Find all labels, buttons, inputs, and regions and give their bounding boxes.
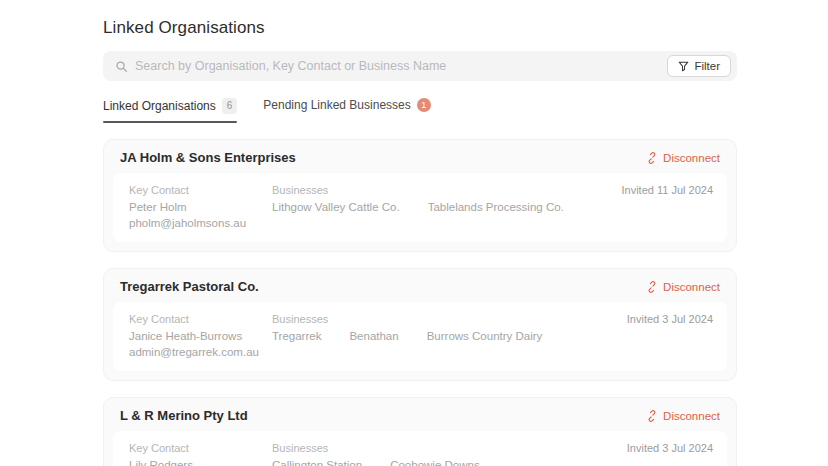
business-name: Benathan (349, 330, 398, 342)
page-title: Linked Organisations (103, 18, 737, 38)
card-header: Tregarrek Pastoral Co. Disconnect (104, 269, 736, 302)
businesses-column: Businesses Lithgow Valley Cattle Co.Tabl… (272, 184, 621, 213)
card-header: JA Holm & Sons Enterprises Disconnect (104, 140, 736, 173)
business-list: TregarrekBenathanBurrows Country Dairy (272, 330, 627, 342)
broken-link-icon (646, 152, 658, 164)
invited-date: Invited 11 Jul 2024 (621, 184, 713, 196)
broken-link-icon (646, 410, 658, 422)
card-header: L & R Merino Pty Ltd Disconnect (104, 398, 736, 431)
key-contact-label: Key Contact (129, 442, 272, 454)
disconnect-label: Disconnect (663, 281, 720, 293)
tab-linked-organisations[interactable]: Linked Organisations 6 (103, 98, 237, 123)
business-name: Callington Station (272, 459, 362, 466)
organisation-name: JA Holm & Sons Enterprises (120, 150, 296, 165)
organisation-name: L & R Merino Pty Ltd (120, 408, 248, 423)
disconnect-label: Disconnect (663, 410, 720, 422)
tab-label: Pending Linked Businesses (263, 98, 410, 112)
organisation-name: Tregarrek Pastoral Co. (120, 279, 259, 294)
businesses-column: Businesses TregarrekBenathanBurrows Coun… (272, 313, 627, 342)
key-contact-column: Key Contact Lily Rodgers lrodgers@lrmeri… (129, 442, 272, 466)
search-input[interactable] (135, 51, 667, 81)
organisation-card: L & R Merino Pty Ltd Disconnect Key Cont… (103, 397, 737, 466)
disconnect-button[interactable]: Disconnect (646, 410, 720, 422)
linked-count-badge: 6 (222, 98, 238, 114)
business-name: Tregarrek (272, 330, 321, 342)
tab-pending-linked-businesses[interactable]: Pending Linked Businesses 1 (263, 98, 430, 121)
business-name: Lithgow Valley Cattle Co. (272, 201, 400, 213)
key-contact-label: Key Contact (129, 184, 272, 196)
tab-label: Linked Organisations (103, 99, 216, 113)
card-body: Key Contact Janice Heath-Burrows admin@t… (113, 302, 727, 371)
filter-icon (678, 61, 689, 72)
businesses-column: Businesses Callington StationCoobowie Do… (272, 442, 627, 466)
business-list: Callington StationCoobowie Downs (272, 459, 627, 466)
disconnect-label: Disconnect (663, 152, 720, 164)
key-contact-column: Key Contact Janice Heath-Burrows admin@t… (129, 313, 272, 358)
tabs: Linked Organisations 6 Pending Linked Bu… (103, 98, 737, 123)
linked-organisations-page: Linked Organisations Filter Linked Organ… (103, 0, 737, 466)
key-contact-label: Key Contact (129, 313, 272, 325)
pending-count-badge: 1 (417, 98, 431, 112)
filter-button[interactable]: Filter (667, 55, 731, 77)
filter-button-label: Filter (694, 60, 720, 72)
invited-date: Invited 3 Jul 2024 (627, 442, 713, 454)
contact-email: pholm@jaholmsons.au (129, 217, 272, 229)
business-list: Lithgow Valley Cattle Co.Tablelands Proc… (272, 201, 621, 213)
disconnect-button[interactable]: Disconnect (646, 281, 720, 293)
key-contact-column: Key Contact Peter Holm pholm@jaholmsons.… (129, 184, 272, 229)
businesses-label: Businesses (272, 442, 627, 454)
card-body: Key Contact Lily Rodgers lrodgers@lrmeri… (113, 431, 727, 466)
businesses-label: Businesses (272, 184, 621, 196)
contact-name: Lily Rodgers (129, 459, 272, 466)
card-body: Key Contact Peter Holm pholm@jaholmsons.… (113, 173, 727, 242)
organisation-card: JA Holm & Sons Enterprises Disconnect Ke… (103, 139, 737, 252)
businesses-label: Businesses (272, 313, 627, 325)
cards-list: JA Holm & Sons Enterprises Disconnect Ke… (103, 139, 737, 466)
organisation-card: Tregarrek Pastoral Co. Disconnect Key Co… (103, 268, 737, 381)
business-name: Coobowie Downs (390, 459, 480, 466)
contact-name: Peter Holm (129, 201, 272, 213)
business-name: Burrows Country Dairy (427, 330, 543, 342)
contact-email: admin@tregarrek.com.au (129, 346, 272, 358)
business-name: Tablelands Processing Co. (428, 201, 564, 213)
search-bar: Filter (103, 51, 737, 81)
search-icon (115, 60, 128, 73)
disconnect-button[interactable]: Disconnect (646, 152, 720, 164)
broken-link-icon (646, 281, 658, 293)
invited-date: Invited 3 Jul 2024 (627, 313, 713, 325)
contact-name: Janice Heath-Burrows (129, 330, 272, 342)
